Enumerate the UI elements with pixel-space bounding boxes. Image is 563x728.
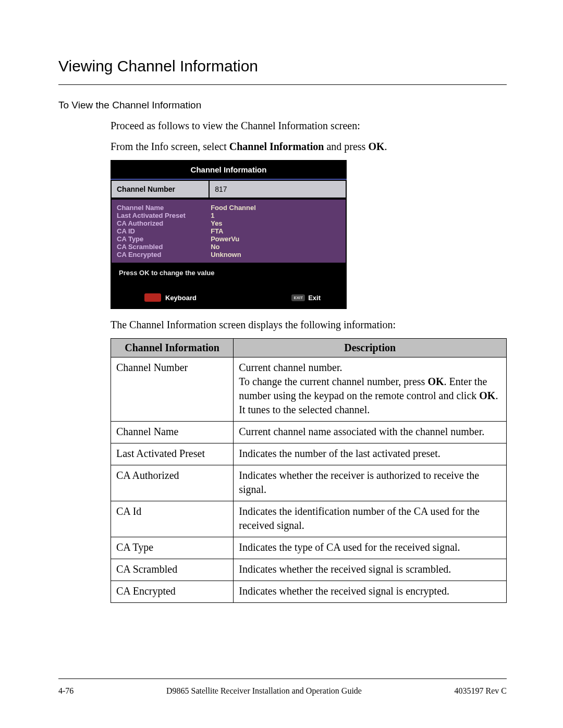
table-header-row: Channel Information Description	[111, 339, 507, 357]
ui-field-value: Unknown	[211, 251, 340, 258]
cell-name: Last Activated Preset	[111, 443, 234, 465]
cell-desc: Indicates whether the received signal is…	[234, 559, 507, 581]
footer-page-number: 4-76	[58, 686, 74, 696]
intro2-text-c: and press	[324, 141, 368, 152]
ui-hint-text: Press OK to change the value	[111, 264, 347, 292]
title-rule	[58, 84, 507, 85]
desc-bold-ok2: OK	[479, 390, 495, 401]
intro2-bold-ok: OK	[368, 141, 384, 152]
ui-exit-button[interactable]: EXITExit	[291, 292, 321, 302]
ui-field-ca-encrypted: CA Encrypted Unknown	[117, 251, 340, 258]
ui-field-value: Food Channel	[211, 204, 340, 212]
ui-field-label: CA Encrypted	[117, 251, 211, 258]
ui-field-value: Yes	[211, 219, 340, 227]
ui-field-value: 1	[211, 212, 340, 219]
table-row: CA Id Indicates the identification numbe…	[111, 501, 507, 537]
cell-name: CA Scrambled	[111, 559, 234, 581]
cell-desc: Indicates whether the receiver is author…	[234, 465, 507, 501]
ui-field-label: CA Type	[117, 235, 211, 243]
keyboard-icon	[144, 293, 161, 302]
page-footer: 4-76 D9865 Satellite Receiver Installati…	[58, 678, 507, 696]
ui-field-label: CA Authorized	[117, 219, 211, 227]
ui-field-label: CA Scrambled	[117, 243, 211, 251]
footer-doc-title: D9865 Satellite Receiver Installation an…	[166, 686, 362, 696]
table-row: Channel Name Current channel name associ…	[111, 422, 507, 443]
cell-desc: Indicates the type of CA used for the re…	[234, 537, 507, 559]
description-table: Channel Information Description Channel …	[111, 338, 507, 603]
section-subhead: To View the Channel Information	[58, 100, 507, 111]
document-page: Viewing Channel Information To View the …	[0, 0, 563, 728]
ui-field-value: FTA	[211, 227, 340, 235]
ui-field-ca-scrambled: CA Scrambled No	[117, 243, 340, 251]
ui-body: Channel Number 817 Channel Name Food Cha…	[111, 180, 347, 309]
cell-desc: Current channel number. To change the cu…	[234, 357, 507, 422]
after-ui-paragraph: The Channel Information screen displays …	[111, 317, 507, 332]
cell-name: CA Id	[111, 501, 234, 537]
ui-field-ca-authorized: CA Authorized Yes	[117, 219, 340, 227]
table-header-desc: Description	[234, 339, 507, 357]
cell-name: CA Authorized	[111, 465, 234, 501]
cell-name: Channel Name	[111, 422, 234, 443]
ui-field-last-preset: Last Activated Preset 1	[117, 212, 340, 219]
desc-text-a: To change the current channel number, pr…	[239, 376, 427, 387]
desc-line1: Current channel number.	[239, 362, 342, 373]
ui-field-label: Channel Name	[117, 204, 211, 212]
intro2-text-a: From the Info screen, select	[111, 141, 229, 152]
keyboard-label: Keyboard	[165, 294, 197, 302]
exit-label: Exit	[308, 294, 321, 302]
ui-field-channel-name: Channel Name Food Channel	[117, 204, 340, 212]
table-row: CA Authorized Indicates whether the rece…	[111, 465, 507, 501]
ui-readonly-panel: Channel Name Food Channel Last Activated…	[111, 200, 347, 264]
cell-name: CA Encrypted	[111, 581, 234, 603]
ui-field-ca-id: CA ID FTA	[117, 227, 340, 235]
ui-channel-number-field[interactable]: 817	[210, 180, 347, 199]
exit-icon: EXIT	[291, 294, 305, 301]
cell-name: Channel Number	[111, 357, 234, 422]
table-row: Last Activated Preset Indicates the numb…	[111, 443, 507, 465]
table-row: Channel Number Current channel number. T…	[111, 357, 507, 422]
table-row: CA Encrypted Indicates whether the recei…	[111, 581, 507, 603]
table-header-name: Channel Information	[111, 339, 234, 357]
intro-paragraph-1: Proceed as follows to view the Channel I…	[111, 118, 507, 133]
ui-field-label: Last Activated Preset	[117, 212, 211, 219]
footer-doc-rev: 4035197 Rev C	[455, 686, 507, 696]
cell-desc: Indicates the number of the last activat…	[234, 443, 507, 465]
ui-channel-number-label: Channel Number	[111, 180, 210, 199]
ui-keyboard-button[interactable]: Keyboard	[144, 292, 197, 302]
footer-row: 4-76 D9865 Satellite Receiver Installati…	[58, 686, 507, 696]
cell-desc: Current channel name associated with the…	[234, 422, 507, 443]
footer-rule	[58, 678, 507, 679]
table-row: CA Scrambled Indicates whether the recei…	[111, 559, 507, 581]
intro-paragraph-2: From the Info screen, select Channel Inf…	[111, 139, 507, 154]
cell-name: CA Type	[111, 537, 234, 559]
body-content: Proceed as follows to view the Channel I…	[111, 118, 507, 603]
ui-field-value: PowerVu	[211, 235, 340, 243]
cell-desc: Indicates the identification number of t…	[234, 501, 507, 537]
desc-bold-ok1: OK	[427, 376, 444, 387]
intro2-bold-channel: Channel Information	[229, 141, 324, 152]
ui-field-value: No	[211, 243, 340, 251]
table-row: CA Type Indicates the type of CA used fo…	[111, 537, 507, 559]
ui-titlebar: Channel Information	[111, 160, 347, 180]
page-title: Viewing Channel Information	[58, 57, 507, 75]
intro2-text-e: .	[385, 141, 387, 152]
ui-channel-number-row: Channel Number 817	[111, 180, 347, 200]
channel-info-screenshot: Channel Information Channel Number 817 C…	[111, 160, 347, 309]
cell-desc: Indicates whether the received signal is…	[234, 581, 507, 603]
ui-field-ca-type: CA Type PowerVu	[117, 235, 340, 243]
ui-field-label: CA ID	[117, 227, 211, 235]
ui-footer-bar: Keyboard EXITExit	[111, 292, 347, 309]
